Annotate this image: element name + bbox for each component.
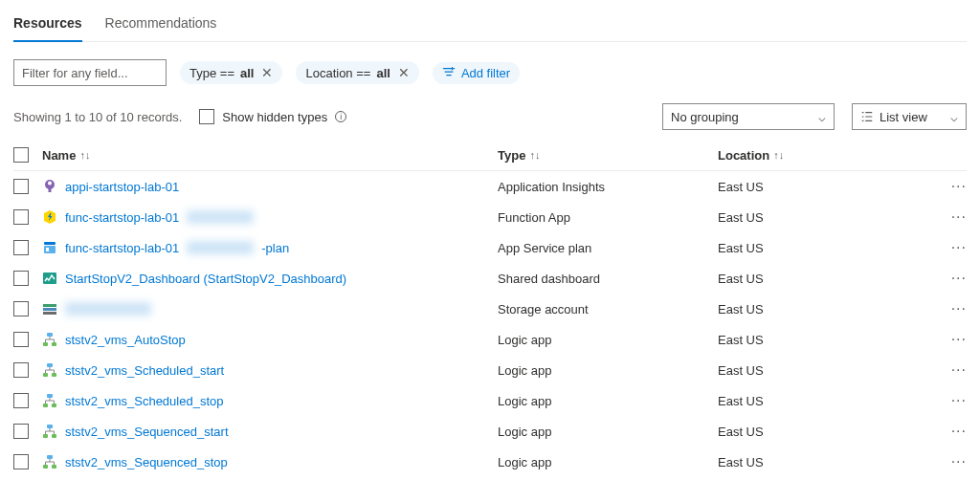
show-hidden-types[interactable]: Show hidden types i <box>199 109 346 124</box>
resource-link[interactable]: StartStopV2_Dashboard (StartStopV2_Dashb… <box>42 271 346 286</box>
select-all-checkbox[interactable] <box>13 147 29 163</box>
filter-pill-location[interactable]: Location == all ✕ <box>296 61 418 84</box>
row-checkbox[interactable] <box>13 332 29 347</box>
resource-location: East US <box>718 455 764 469</box>
show-hidden-types-checkbox[interactable] <box>199 109 214 124</box>
tab-recommendations[interactable]: Recommendations <box>105 10 217 41</box>
column-header-name[interactable]: Name ↑↓ <box>42 148 498 163</box>
add-filter-button[interactable]: Add filter <box>433 62 520 84</box>
resource-link[interactable]: ststv2_vms_Sequenced_stop <box>42 454 228 469</box>
row-checkbox[interactable] <box>13 424 29 439</box>
resource-location: East US <box>718 180 764 194</box>
resource-link[interactable]: func-startstop-lab-01-plan <box>42 240 289 255</box>
filter-pill-type-clear-icon[interactable]: ✕ <box>261 65 273 80</box>
resource-link[interactable]: ststv2_vms_AutoStop <box>42 332 186 347</box>
row-actions-button[interactable]: ··· <box>951 423 967 439</box>
svg-rect-3 <box>44 246 56 253</box>
row-checkbox[interactable] <box>13 271 29 286</box>
table-row: func-startstop-lab-01Function AppEast US… <box>13 202 967 232</box>
resource-location: East US <box>718 302 764 316</box>
resource-link[interactable]: ststv2_vms_Scheduled_start <box>42 362 224 378</box>
resource-type: Logic app <box>498 394 551 408</box>
redacted-fragment <box>187 210 254 224</box>
resource-location: East US <box>718 241 764 255</box>
resource-name-text: func-startstop-lab-01 <box>65 210 179 225</box>
row-checkbox[interactable] <box>13 179 29 194</box>
row-checkbox[interactable] <box>13 393 29 408</box>
resource-type: Logic app <box>498 363 551 378</box>
resource-type: Logic app <box>498 425 551 439</box>
grouping-select[interactable]: No grouping ⌵ <box>662 103 835 130</box>
svg-rect-8 <box>43 312 56 315</box>
filter-pill-location-label: Location == <box>305 66 370 80</box>
svg-rect-23 <box>52 465 56 469</box>
column-header-location-label: Location <box>718 148 769 163</box>
table-row: ststv2_vms_Sequenced_startLogic appEast … <box>13 416 967 447</box>
resource-icon <box>42 454 57 469</box>
resource-link[interactable]: ststv2_vms_Sequenced_start <box>42 424 229 439</box>
svg-rect-18 <box>47 425 53 428</box>
filter-add-icon <box>442 66 456 79</box>
table-row: ststv2_vms_Sequenced_stopLogic appEast U… <box>13 447 967 477</box>
resource-name-text: func-startstop-lab-01 <box>65 241 179 255</box>
row-actions-button[interactable]: ··· <box>951 270 967 286</box>
resource-location: East US <box>718 210 764 225</box>
resource-type: App Service plan <box>498 241 591 255</box>
row-actions-button[interactable]: ··· <box>951 208 967 225</box>
resource-name-text: ststv2_vms_Scheduled_stop <box>65 394 223 408</box>
filter-pill-type-value: all <box>240 66 254 80</box>
resource-link[interactable]: ststv2_vms_Scheduled_stop <box>42 393 223 408</box>
row-actions-button[interactable]: ··· <box>951 239 967 255</box>
table-header: Name ↑↓ Type ↑↓ Location ↑↓ <box>13 140 967 171</box>
row-checkbox[interactable] <box>13 362 29 378</box>
svg-rect-2 <box>44 242 56 245</box>
row-checkbox[interactable] <box>13 301 29 316</box>
svg-rect-10 <box>43 342 48 346</box>
column-header-name-label: Name <box>42 148 76 163</box>
row-checkbox[interactable] <box>13 454 29 469</box>
svg-rect-19 <box>43 434 48 438</box>
view-select[interactable]: List view ⌵ <box>852 103 967 130</box>
tab-resources[interactable]: Resources <box>13 10 82 42</box>
resource-name-suffix: -plan <box>261 241 289 255</box>
row-checkbox[interactable] <box>13 240 29 255</box>
table-row: func-startstop-lab-01-planApp Service pl… <box>13 232 967 263</box>
row-checkbox[interactable] <box>13 209 29 225</box>
resource-icon <box>42 179 57 194</box>
column-header-location[interactable]: Location ↑↓ <box>718 148 938 163</box>
resource-location: East US <box>718 394 764 408</box>
row-actions-button[interactable]: ··· <box>951 300 967 316</box>
svg-rect-4 <box>46 248 49 251</box>
column-header-type[interactable]: Type ↑↓ <box>498 148 718 163</box>
resource-type: Storage account <box>498 302 589 316</box>
redacted-name <box>65 302 151 316</box>
info-icon[interactable]: i <box>335 111 346 122</box>
records-count: Showing 1 to 10 of 10 records. <box>13 110 182 124</box>
resource-link[interactable]: appi-startstop-lab-01 <box>42 179 179 194</box>
row-actions-button[interactable]: ··· <box>951 361 967 378</box>
table-row: appi-startstop-lab-01Application Insight… <box>13 171 967 202</box>
column-header-type-label: Type <box>498 148 525 163</box>
resource-icon <box>42 209 57 225</box>
sort-icon: ↑↓ <box>529 149 540 161</box>
row-actions-button[interactable]: ··· <box>951 453 967 469</box>
resource-name-text: ststv2_vms_Scheduled_start <box>65 363 224 378</box>
svg-rect-22 <box>43 465 48 469</box>
resource-link[interactable]: func-startstop-lab-01 <box>42 209 254 225</box>
resource-icon <box>42 332 57 347</box>
resource-icon <box>42 362 57 378</box>
svg-rect-13 <box>43 373 48 377</box>
svg-rect-16 <box>43 404 48 407</box>
filter-pill-type[interactable]: Type == all ✕ <box>180 61 282 84</box>
filter-pill-location-clear-icon[interactable]: ✕ <box>398 65 410 80</box>
row-actions-button[interactable]: ··· <box>951 392 967 408</box>
table-row: Storage accountEast US··· <box>13 294 967 324</box>
sort-icon: ↑↓ <box>79 149 90 161</box>
svg-rect-14 <box>52 373 56 377</box>
row-actions-button[interactable]: ··· <box>951 178 967 194</box>
toolbar: Type == all ✕ Location == all ✕ Add filt… <box>13 59 967 86</box>
resource-link[interactable] <box>42 301 151 316</box>
row-actions-button[interactable]: ··· <box>951 331 967 347</box>
filter-input[interactable] <box>13 59 167 86</box>
filter-pill-location-value: all <box>376 66 390 80</box>
